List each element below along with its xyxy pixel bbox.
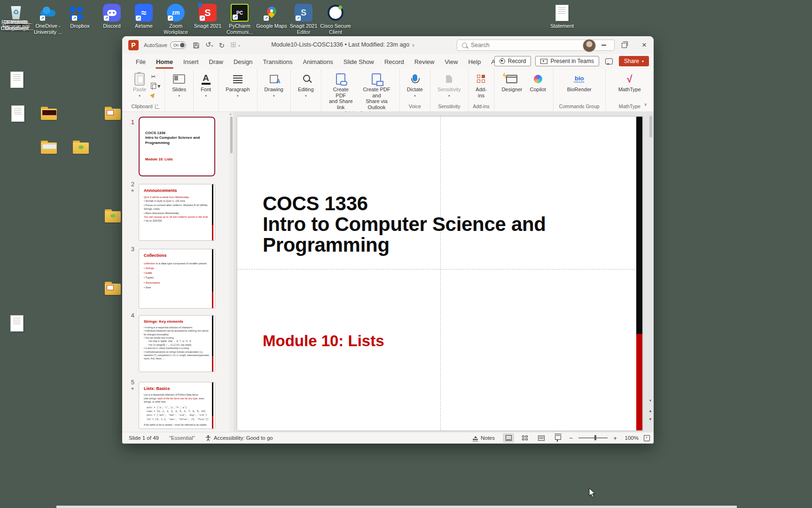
dictate-button[interactable]: Dictate▾ — [403, 71, 427, 102]
ribbon-tab[interactable]: Slide Show — [338, 54, 379, 69]
designer-button[interactable]: Designer — [498, 71, 526, 102]
ribbon-tab[interactable]: Review — [409, 54, 440, 69]
ribbon-tab[interactable]: Animations — [298, 54, 338, 69]
paragraph-button[interactable]: Paragraph▾ — [222, 71, 253, 102]
addins-button[interactable]: Add-ins — [472, 71, 491, 102]
cut-button[interactable]: ✂ — [151, 73, 160, 80]
copy-button[interactable]: ▾ — [151, 83, 160, 89]
user-avatar[interactable] — [583, 39, 596, 52]
desktop-icon[interactable]: PyCharm Communi... — [224, 4, 256, 35]
desktop-icon[interactable]: Snagit 2021 Editor — [288, 4, 320, 35]
present-in-teams-button[interactable]: Present in Teams — [535, 56, 599, 66]
minimize-button[interactable] — [594, 36, 613, 54]
ribbon-tab[interactable]: Design — [228, 54, 258, 69]
slide-count-label[interactable]: Slide 1 of 49 — [129, 435, 159, 441]
slide-thumbnail-4[interactable]: Strings: Key elements A string is a sequ… — [139, 315, 215, 372]
paste-button[interactable]: Paste▾ — [129, 71, 150, 102]
thumb-text-line: Focus on content after midterm: Modules … — [144, 203, 210, 211]
reading-view-button[interactable] — [536, 433, 547, 443]
slide-subtitle-text[interactable]: Module 10: Lists — [263, 332, 384, 350]
close-button[interactable]: × — [635, 36, 654, 54]
previous-slide-button[interactable]: ▲ — [648, 409, 653, 413]
desktop-icon[interactable]: Snagit 2021 — [192, 4, 224, 35]
desktop-icon[interactable]: Zoom Workplace — [160, 4, 192, 35]
ribbon-tab[interactable]: Help — [463, 54, 486, 69]
font-button[interactable]: AFont▾ — [197, 71, 215, 102]
title-bar: P AutoSave On ↺▾ ↻ ⊞ ▾ Module10-Lists-CO… — [122, 36, 654, 54]
normal-view-button[interactable] — [503, 433, 514, 443]
animation-star-icon: ★ — [123, 386, 134, 391]
restore-button[interactable] — [615, 36, 633, 54]
collapse-ribbon-icon[interactable]: ∨ — [644, 102, 647, 107]
next-slide-button[interactable]: ▼ — [648, 417, 653, 421]
save-icon[interactable] — [193, 42, 200, 49]
notes-button[interactable]: Notes — [473, 435, 495, 441]
zoom-slider[interactable] — [578, 437, 608, 438]
shortcut-arrow-icon — [72, 16, 77, 21]
comments-icon[interactable] — [605, 58, 613, 64]
customize-toolbar-icon[interactable]: ⊞ ▾ — [230, 40, 240, 51]
zoom-in-button[interactable]: + — [613, 435, 617, 442]
slideshow-button[interactable] — [552, 433, 563, 443]
desktop-icon[interactable]: Airtame — [128, 4, 160, 35]
autosave-toggle[interactable]: On — [170, 41, 186, 49]
ribbon-tab[interactable]: File — [131, 54, 151, 69]
editing-group: Editing▾ — [291, 69, 321, 111]
format-painter-icon — [150, 92, 156, 98]
scroll-down-icon[interactable]: ▾ — [648, 398, 653, 403]
slide-thumbnail-2[interactable]: Announcements Quiz 3 will be a week from… — [139, 184, 215, 241]
horizontal-guide — [237, 269, 642, 270]
slide-title-text[interactable]: COCS 1336 Intro to Computer Science and … — [263, 193, 546, 255]
accessibility-status[interactable]: Accessibility: Good to go — [205, 435, 273, 441]
theme-name-label[interactable]: "Essential" — [169, 435, 195, 441]
create-pdf-share-outlook-button[interactable]: Create PDF and Share via Outlook — [357, 71, 396, 111]
autosave-control[interactable]: AutoSave On — [144, 41, 186, 49]
zoom-slider-handle[interactable] — [594, 435, 596, 440]
mathtype-button[interactable]: √MathType — [609, 71, 650, 102]
main-scrollbar[interactable]: ▾ ▲ ▼ — [648, 112, 653, 432]
ribbon-tab[interactable]: View — [439, 54, 463, 69]
slide-canvas[interactable]: COCS 1336 Intro to Computer Science and … — [237, 117, 642, 430]
ribbon-tab[interactable]: Record — [379, 54, 409, 69]
undo-icon[interactable]: ↺▾ — [205, 40, 213, 51]
ribbon-tab[interactable]: Transitions — [258, 54, 297, 69]
record-button[interactable]: Record — [494, 56, 531, 66]
addins-icon — [477, 75, 485, 83]
slide-thumbnail-1[interactable]: COCS 1336 Intro to Computer Science and … — [139, 117, 215, 176]
drawing-button[interactable]: Drawing▾ — [261, 71, 287, 102]
desktop-icon[interactable]: OneDrive - University ... — [32, 4, 64, 35]
sensitivity-button[interactable]: Sensitivity▾ — [434, 71, 465, 102]
editing-button[interactable]: Editing▾ — [294, 71, 318, 102]
desktop-icon[interactable]: Electoral — [0, 0, 34, 25]
desktop-icon[interactable]: Cisco Secure Client — [320, 4, 351, 35]
quick-access-toolbar: ↺▾ ↻ ⊞ ▾ — [193, 40, 240, 51]
desktop-icon[interactable]: Discord — [96, 4, 128, 35]
thumb-list-item: Dictionaries — [144, 280, 210, 285]
slide-sorter-view-button[interactable] — [519, 433, 531, 443]
copilot-button[interactable]: Copilot — [526, 71, 549, 102]
ribbon-tab[interactable]: Draw — [204, 54, 228, 69]
redo-icon[interactable]: ↻ — [219, 41, 225, 50]
ribbon-tab[interactable]: Home — [151, 54, 178, 69]
scrollbar-thumb[interactable] — [230, 117, 233, 153]
biorender-button[interactable]: bioRENDERBioRender — [557, 71, 602, 102]
desktop-icon[interactable]: Google Maps — [256, 4, 288, 35]
ribbon-tab[interactable]: Insert — [178, 54, 204, 69]
slide-thumbnail-3[interactable]: Collections collection is a data type co… — [139, 249, 215, 309]
slide-sorter-icon — [522, 436, 528, 441]
document-title[interactable]: Module10-Lists-COSC1336 • Last Modified:… — [242, 41, 444, 48]
slides-button[interactable]: Slides▾ — [168, 71, 190, 102]
desktop-icon[interactable]: Dropbox — [64, 4, 96, 35]
fit-to-window-button[interactable] — [644, 435, 650, 441]
zoom-level-label[interactable]: 100% — [623, 435, 639, 441]
format-painter-button[interactable] — [151, 92, 160, 98]
ribbon: Paste▾ ✂ ▾ Clipboard Slides▾ AFont▾ — [122, 69, 654, 112]
create-pdf-share-link-button[interactable]: Create PDF and Share link — [325, 71, 358, 111]
slide-thumbnail-5[interactable]: Lists: Basics List is a sequential colle… — [139, 382, 215, 429]
scrollbar-thumb[interactable] — [649, 116, 652, 137]
share-button[interactable]: Share▾ — [619, 56, 649, 66]
dialog-launcher-icon[interactable] — [155, 104, 159, 109]
zoom-out-button[interactable]: − — [569, 435, 573, 442]
desktop-icon-statement[interactable]: Statement — [545, 4, 579, 29]
thumbnail-scrollbar[interactable] — [229, 112, 234, 432]
